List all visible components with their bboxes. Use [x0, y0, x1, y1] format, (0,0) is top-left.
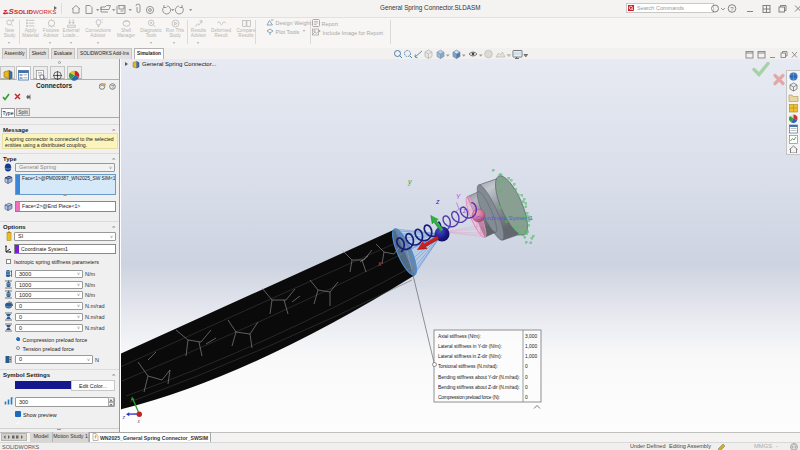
svg-text:Lateral stiffness in Z-dir (N/: Lateral stiffness in Z-dir (N/m):: [438, 354, 502, 359]
svg-text:z: z: [435, 198, 440, 205]
svg-text:Axial stiffness (N/m):: Axial stiffness (N/m):: [438, 334, 481, 339]
svg-text:Bending stiffness about Z-dir: Bending stiffness about Z-dir (N.m/rad):: [438, 385, 520, 390]
svg-text:1,000: 1,000: [525, 354, 538, 359]
svg-text:Torsional stiffness (N.m/rad):: Torsional stiffness (N.m/rad):: [438, 364, 498, 369]
svg-text:1,000: 1,000: [525, 344, 538, 349]
svg-text:Lateral stiffness in Y-dir (N/: Lateral stiffness in Y-dir (N/m):: [438, 344, 502, 349]
svg-text:z: z: [122, 414, 126, 420]
svg-text:SOLIDWORKS: SOLIDWORKS: [14, 8, 56, 15]
svg-text:?: ?: [730, 6, 734, 12]
svg-text:Bending stiffness about Y-dir: Bending stiffness about Y-dir (N.m/rad):: [438, 375, 520, 380]
svg-text:0: 0: [525, 364, 528, 369]
svg-text:0: 0: [525, 395, 528, 400]
svg-text:Compression preload force (N):: Compression preload force (N):: [438, 395, 500, 400]
svg-text:y: y: [407, 178, 412, 186]
svg-text:3,000: 3,000: [525, 334, 538, 339]
svg-text:ʑS: ʑS: [3, 7, 15, 16]
svg-text:0: 0: [525, 385, 528, 390]
svg-text:x: x: [137, 418, 141, 424]
svg-text:0: 0: [525, 375, 528, 380]
svg-text:Coordinate System1: Coordinate System1: [476, 215, 533, 221]
svg-text:?: ?: [111, 84, 114, 90]
svg-text:Y: Y: [456, 193, 461, 200]
